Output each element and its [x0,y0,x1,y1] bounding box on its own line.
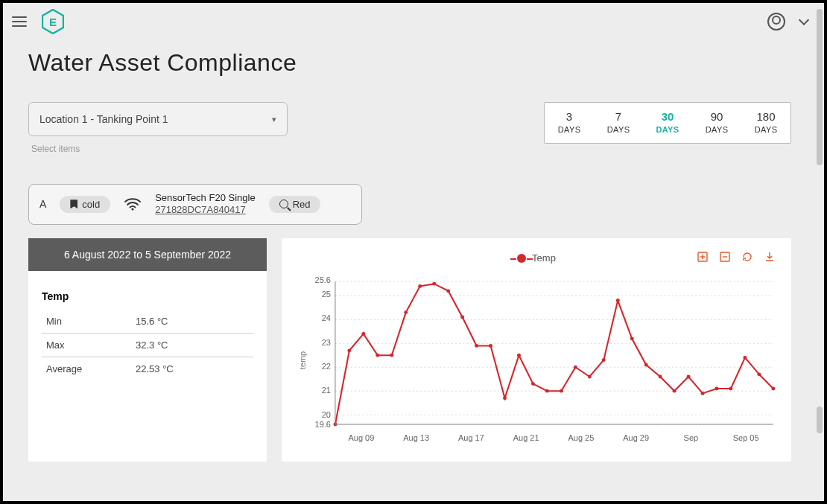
svg-point-22 [460,315,464,319]
user-account-icon[interactable] [767,13,785,31]
svg-point-28 [545,389,549,392]
svg-point-20 [432,281,436,285]
svg-point-21 [446,289,450,293]
stat-label: Min [46,316,136,327]
stat-value: 22.53 °C [136,363,174,374]
stats-metric-title: Temp [42,290,253,302]
svg-point-33 [616,299,620,302]
svg-point-42 [743,356,747,360]
svg-point-40 [714,386,718,390]
location-select-group: Location 1 - Tanking Point 1 ▾ Select it… [28,102,288,154]
svg-point-36 [659,374,662,378]
svg-point-32 [602,358,606,362]
svg-point-18 [404,310,408,314]
svg-point-30 [574,365,577,369]
svg-point-25 [503,396,507,400]
svg-text:E: E [49,16,57,28]
sensor-id-link[interactable]: 271828DC7A840417 [155,204,255,216]
svg-point-19 [418,284,422,288]
thermal-chip-label: cold [82,199,100,210]
chevron-down-icon: ▾ [272,115,276,124]
svg-point-24 [489,344,492,348]
app-top-bar: E [3,3,824,40]
location-select[interactable]: Location 1 - Tanking Point 1 ▾ [28,102,288,136]
chart-toolbar [696,250,776,264]
refresh-icon[interactable] [741,250,754,264]
sensor-meta: SensorTech F20 Single 271828DC7A840417 [155,192,255,217]
panels-row: 6 August 2022 to 5 September 2022 Temp M… [28,238,791,462]
chevron-down-icon [799,15,809,25]
range-option-30[interactable]: 30DAYS [643,103,692,143]
status-chip[interactable]: Red [269,196,321,213]
legend-swatch-icon [517,254,526,263]
stat-row: Max32.3 °C [42,334,253,357]
bookmark-icon [70,200,77,208]
brand-logo[interactable]: E [42,9,64,34]
sensor-model: SensorTech F20 Single [155,192,255,204]
svg-point-2 [132,208,134,211]
range-option-90[interactable]: 90DAYS [692,103,741,143]
chart-legend: Temp [517,252,556,264]
svg-point-27 [531,382,535,386]
svg-point-44 [771,386,775,390]
chart-card: Temp [282,238,791,462]
stat-label: Average [46,363,136,374]
search-icon [279,200,288,208]
date-range-picker: 3DAYS7DAYS30DAYS90DAYS180DAYS [544,102,791,144]
thermal-chip[interactable]: cold [60,196,110,213]
svg-point-39 [701,392,705,395]
scrollbar-thumb[interactable] [817,9,823,165]
x-axis-ticks: Aug 09Aug 13Aug 17Aug 21Aug 25Aug 29SepS… [334,433,773,442]
range-option-7[interactable]: 7DAYS [594,103,643,143]
svg-point-23 [475,344,478,348]
location-select-value: Location 1 - Tanking Point 1 [39,113,168,125]
range-option-3[interactable]: 3DAYS [545,103,594,143]
zoom-out-icon[interactable] [718,250,732,264]
menu-icon[interactable] [12,12,31,31]
location-select-helper: Select items [31,144,285,154]
range-option-180[interactable]: 180DAYS [741,103,790,143]
controls-row: Location 1 - Tanking Point 1 ▾ Select it… [28,102,791,154]
stat-row: Average22.53 °C [42,357,253,380]
svg-point-16 [376,353,379,357]
svg-point-43 [757,372,761,376]
account-menu-caret[interactable] [796,13,812,30]
sensor-card: A cold SensorTech F20 Single 271828DC7A8… [28,184,362,225]
legend-label: Temp [532,252,556,264]
stats-card: 6 August 2022 to 5 September 2022 Temp M… [28,238,267,462]
stat-label: Max [46,339,136,351]
page-title: Water Asset Compliance [28,49,791,77]
download-icon[interactable] [763,250,776,264]
svg-point-37 [673,389,677,392]
window-scrollbar[interactable] [814,3,824,501]
stat-value: 15.6 °C [136,316,168,327]
scrollbar-thumb-lower[interactable] [817,406,823,433]
stat-row: Min15.6 °C [42,310,253,334]
svg-point-31 [588,374,592,378]
stat-value: 32.3 °C [136,339,168,351]
svg-point-15 [361,332,365,336]
sensor-pipe: A [39,198,46,210]
zoom-in-icon[interactable] [696,250,709,264]
wifi-icon [124,197,142,211]
svg-point-14 [347,348,351,352]
svg-point-29 [560,389,563,392]
svg-point-34 [630,336,634,340]
svg-point-26 [517,353,521,357]
stats-period: 6 August 2022 to 5 September 2022 [28,238,267,271]
svg-point-17 [390,353,393,357]
svg-point-41 [729,386,732,390]
status-chip-label: Red [293,199,311,210]
svg-point-38 [687,374,691,378]
svg-point-35 [644,363,648,366]
